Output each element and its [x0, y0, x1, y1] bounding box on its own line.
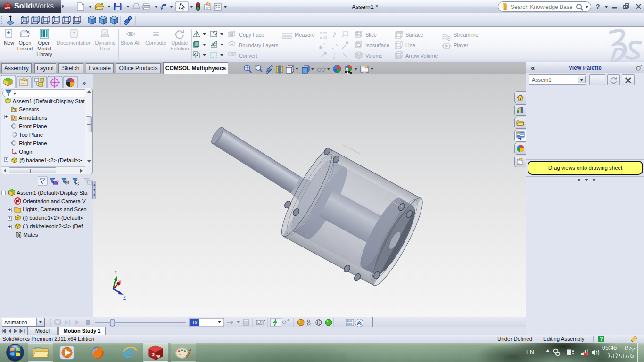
svg-text:?: ?	[73, 31, 75, 36]
svg-text:e-12: e-12	[320, 35, 328, 40]
svg-text:SW: SW	[4, 6, 10, 10]
svg-text:?: ?	[104, 31, 106, 35]
svg-text:W: W	[156, 354, 160, 359]
svg-text:»: »	[82, 79, 86, 87]
svg-text:1x: 1x	[192, 320, 198, 325]
svg-text:Y: Y	[114, 270, 117, 275]
svg-text:A: A	[13, 117, 16, 120]
svg-text:X: X	[118, 280, 122, 285]
svg-text:8.85: 8.85	[320, 31, 327, 35]
svg-text:Z: Z	[123, 296, 126, 301]
svg-text:S: S	[152, 352, 155, 357]
